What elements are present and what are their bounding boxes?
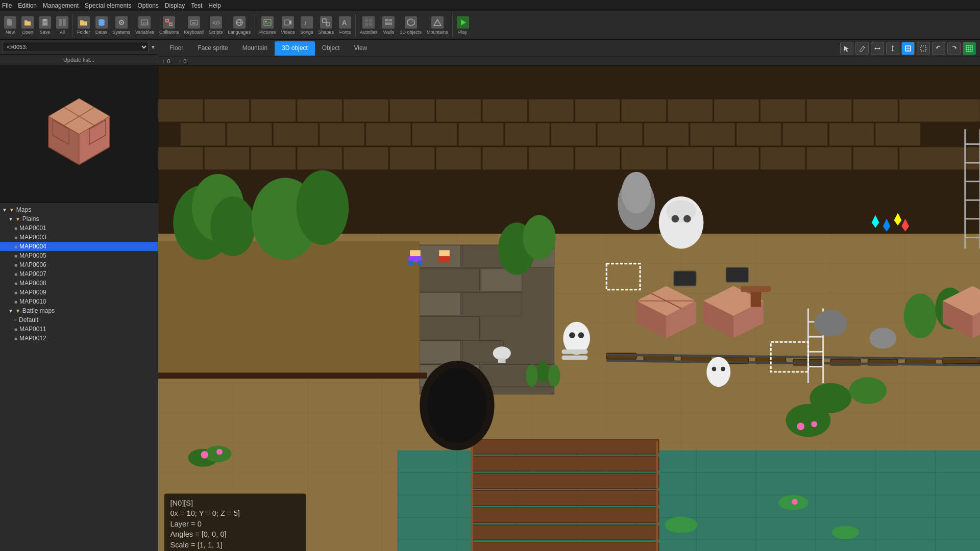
- tool-pictures[interactable]: Pictures: [257, 15, 278, 36]
- tool-all[interactable]: All: [54, 15, 70, 36]
- tool-pencil-btn[interactable]: [855, 42, 869, 55]
- tool-select-btn[interactable]: [917, 42, 930, 55]
- svg-point-275: [621, 172, 651, 214]
- tool-languages[interactable]: Languages: [226, 15, 253, 36]
- tool-keyboard-label: Keyboard: [184, 30, 204, 35]
- tool-walls[interactable]: Walls: [380, 15, 397, 36]
- menu-file[interactable]: File: [2, 2, 12, 9]
- menu-management[interactable]: Management: [43, 2, 79, 9]
- tab-3d-object[interactable]: 3D object: [275, 41, 315, 56]
- menu-test[interactable]: Test: [191, 2, 202, 9]
- tool-grid-btn[interactable]: [963, 42, 976, 55]
- tree-item-battle-maps[interactable]: ▼ ▼ Battle maps: [0, 306, 158, 315]
- tool-cursor-btn[interactable]: [840, 42, 853, 55]
- tree-item-map0009[interactable]: ■ MAP0009: [0, 288, 158, 297]
- menu-help[interactable]: Help: [208, 2, 221, 9]
- tree-item-map0008[interactable]: ■ MAP0008: [0, 279, 158, 288]
- tool-mountains[interactable]: Mountains: [425, 15, 450, 36]
- tool-fonts[interactable]: A Fonts: [337, 15, 353, 36]
- tool-keyboard[interactable]: ⌨ Keyboard: [182, 15, 206, 36]
- svg-rect-96: [899, 99, 980, 122]
- svg-rect-101: [366, 123, 411, 146]
- svg-rect-287: [498, 359, 506, 363]
- tool-scripts[interactable]: </> Scripts: [207, 15, 225, 36]
- tool-redo-btn[interactable]: [947, 42, 961, 55]
- coord-x-value: 0: [167, 58, 170, 64]
- left-panel: <>0053: ▼ Update list...: [0, 40, 158, 551]
- tool-songs[interactable]: ♪ Songs: [298, 15, 315, 36]
- tool-datas[interactable]: Datas: [93, 15, 110, 36]
- tree-item-map0011[interactable]: ■ MAP0011: [0, 324, 158, 334]
- map-viewport[interactable]: [N0][S] 0x = 10; Y = 0; Z = 5] Layer = 0…: [158, 66, 980, 551]
- svg-point-216: [201, 451, 208, 459]
- tree-item-map0007[interactable]: ■ MAP0007: [0, 269, 158, 279]
- tab-object[interactable]: Object: [315, 41, 347, 56]
- svg-rect-6: [63, 19, 66, 26]
- update-list-button[interactable]: Update list...: [0, 55, 158, 65]
- map-selector: <>0053: ▼: [0, 40, 158, 55]
- tree-item-map0004[interactable]: ■ MAP0004: [0, 242, 158, 251]
- tool-systems[interactable]: Systems: [111, 15, 133, 36]
- tool-all-label: All: [60, 30, 65, 35]
- right-tools: [840, 42, 976, 55]
- svg-rect-95: [853, 99, 898, 122]
- svg-rect-111: [829, 123, 874, 146]
- tree-item-map0003[interactable]: ■ MAP0003: [0, 233, 158, 242]
- tool-undo-btn[interactable]: [932, 42, 945, 55]
- tool-open[interactable]: Open: [19, 15, 36, 36]
- walls-icon: [382, 16, 395, 29]
- separator-3: [355, 14, 356, 37]
- svg-rect-34: [369, 19, 372, 22]
- svg-line-60: [863, 46, 865, 47]
- tool-collisions[interactable]: Collisions: [157, 15, 181, 36]
- tree-item-plains[interactable]: ▼ ▼ Plains: [0, 214, 158, 223]
- menu-special[interactable]: Special elements: [85, 2, 131, 9]
- tool-shapes[interactable]: Shapes: [316, 15, 336, 36]
- svg-rect-70: [921, 46, 926, 51]
- folder-icon: [78, 16, 90, 29]
- svg-rect-182: [420, 269, 479, 291]
- svg-rect-172: [472, 508, 659, 522]
- tool-move-x-btn[interactable]: [871, 42, 884, 55]
- tab-view[interactable]: View: [347, 41, 374, 56]
- svg-rect-86: [436, 99, 481, 122]
- tool-fonts-label: Fonts: [339, 30, 351, 35]
- menu-options[interactable]: Options: [137, 2, 158, 9]
- tab-mountain[interactable]: Mountain: [235, 41, 275, 56]
- tool-save-label: Save: [40, 30, 51, 35]
- tree-label-map0003: MAP0003: [19, 234, 46, 241]
- svg-rect-93: [761, 99, 805, 122]
- tree-label-map0005: MAP0005: [19, 252, 46, 259]
- collisions-icon: [163, 16, 175, 29]
- tree-item-map0005[interactable]: ■ MAP0005: [0, 251, 158, 260]
- svg-point-292: [526, 364, 537, 387]
- tool-draw-btn[interactable]: [901, 42, 915, 55]
- tool-autotiles[interactable]: Autotiles: [358, 15, 380, 36]
- tree-label-map0009: MAP0009: [19, 289, 46, 296]
- tree-item-map0006[interactable]: ■ MAP0006: [0, 260, 158, 269]
- tree-item-map0010[interactable]: ■ MAP0010: [0, 297, 158, 306]
- tool-new[interactable]: New: [2, 15, 18, 36]
- svg-rect-94: [806, 99, 851, 122]
- menu-edition[interactable]: Edition: [18, 2, 37, 9]
- tree-item-maps[interactable]: ▼ ▼ Maps: [0, 205, 158, 214]
- menu-display[interactable]: Display: [165, 2, 185, 9]
- svg-rect-36: [369, 23, 372, 26]
- tool-systems-label: Systems: [113, 30, 131, 35]
- tab-floor[interactable]: Floor: [162, 41, 190, 56]
- tool-3dobjects[interactable]: 3D objects: [398, 15, 424, 36]
- tab-face-sprite[interactable]: Face sprite: [190, 41, 235, 56]
- svg-rect-83: [297, 99, 342, 122]
- svg-line-18: [167, 21, 170, 24]
- tree-item-map0001[interactable]: ■ MAP0001: [0, 223, 158, 233]
- tree-item-map0012[interactable]: ■ MAP0012: [0, 334, 158, 343]
- tool-play[interactable]: Play: [455, 15, 471, 36]
- map-select[interactable]: <>0053:: [2, 42, 149, 52]
- tool-variables[interactable]: x=1 Variables: [133, 15, 156, 36]
- tool-folder[interactable]: Folder: [75, 15, 92, 36]
- tree-item-default[interactable]: ━ Default: [0, 315, 158, 324]
- tree-label-map0007: MAP0007: [19, 270, 46, 278]
- tool-save[interactable]: Save: [37, 15, 53, 36]
- tool-videos[interactable]: Videos: [279, 15, 297, 36]
- tool-move-y-btn[interactable]: [886, 42, 899, 55]
